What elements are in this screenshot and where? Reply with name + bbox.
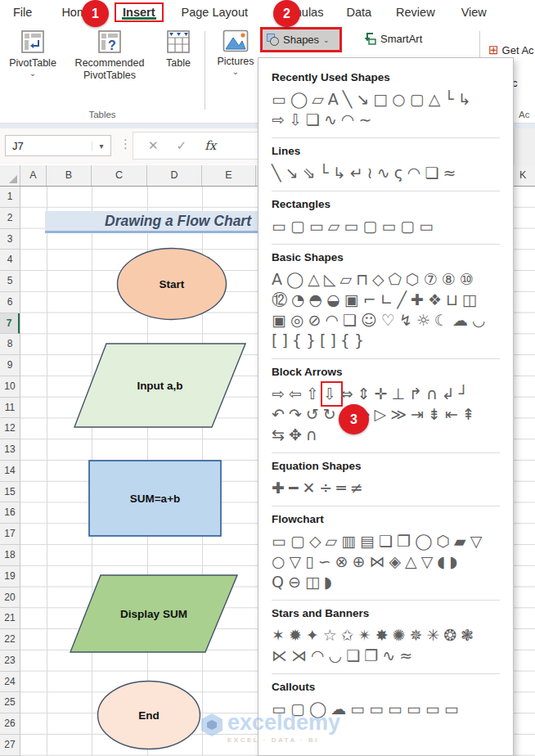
shape-option[interactable]: ↘ — [356, 89, 373, 110]
shape-option[interactable]: ▭ — [444, 699, 463, 719]
shape-option[interactable]: ╲ — [343, 89, 356, 110]
shape-option[interactable]: ∿ — [377, 163, 394, 183]
shape-option[interactable]: ▭ — [272, 531, 290, 551]
shape-option[interactable]: ╲ — [272, 163, 285, 183]
shape-option[interactable]: ◫ — [462, 290, 481, 310]
row-header-11[interactable]: 11 — [0, 398, 20, 419]
row-header-13[interactable]: 13 — [0, 439, 20, 461]
shape-option[interactable]: ≈ — [399, 646, 416, 666]
shape-option[interactable]: ↳ — [458, 89, 475, 110]
shape-option[interactable]: ς — [394, 163, 407, 183]
shape-option[interactable]: ◠ — [341, 110, 359, 130]
shape-option[interactable]: ∿ — [382, 646, 399, 666]
shape-option[interactable]: ∽ — [318, 551, 335, 572]
row-header-15[interactable]: 15 — [0, 482, 20, 503]
row-header-22[interactable]: 22 — [0, 629, 20, 650]
shape-option[interactable]: ❐ — [397, 531, 415, 551]
shape-option[interactable]: ÷ — [319, 478, 336, 498]
row-header-10[interactable]: 10 — [0, 376, 20, 398]
shape-option[interactable]: ◡ — [472, 310, 490, 331]
shape-option[interactable]: ↶ — [272, 404, 289, 425]
shape-option[interactable]: △ — [405, 551, 421, 572]
shape-option[interactable]: ◖ — [437, 551, 449, 572]
shape-option[interactable]: ∿ — [324, 110, 341, 130]
shape-option[interactable]: ▰ — [454, 531, 470, 551]
column-header-e[interactable]: E — [202, 165, 256, 186]
shape-option[interactable]: ∩ — [426, 384, 442, 404]
shape-option[interactable]: ⇥ — [411, 404, 428, 425]
shape-option[interactable]: A — [272, 269, 286, 290]
shape-option[interactable]: ▭ — [381, 216, 400, 236]
shape-option[interactable]: ◓ — [309, 290, 327, 310]
shape-option[interactable]: ✵ — [410, 625, 427, 646]
shape-option[interactable]: ╱ — [398, 290, 411, 310]
shape-option[interactable]: ◇ — [372, 269, 389, 290]
shape-option[interactable]: ⇩ — [289, 110, 306, 130]
shape-option[interactable]: ▢ — [290, 531, 309, 551]
shape-option[interactable]: ✳ — [426, 625, 443, 646]
shape-option[interactable]: ⌐ — [363, 290, 380, 310]
row-header-16[interactable]: 16 — [0, 502, 20, 524]
shape-option[interactable]: ◠ — [311, 646, 329, 666]
shape-option[interactable]: ▣ — [344, 290, 363, 310]
shape-option[interactable]: ∟ — [380, 290, 398, 310]
shape-option[interactable]: □ — [373, 89, 392, 110]
shape-option[interactable]: ♡ — [381, 310, 399, 331]
shape-option[interactable]: { — [340, 331, 354, 351]
row-header-5[interactable]: 5 — [0, 271, 20, 292]
row-header-3[interactable]: 3 — [0, 229, 20, 250]
row-header-2[interactable]: 2 — [0, 208, 20, 229]
shape-option[interactable]: ◒ — [326, 290, 344, 310]
shape-option[interactable]: ━ — [289, 478, 302, 498]
shape-option[interactable]: ▱ — [312, 89, 328, 110]
shape-option[interactable]: ↯ — [399, 310, 416, 331]
shape-option[interactable]: Q — [272, 572, 288, 592]
flowchart-sum-rectangle[interactable]: SUM=a+b — [88, 460, 222, 537]
shape-option[interactable]: ⬠ — [389, 269, 407, 290]
tab-view[interactable]: View — [460, 2, 488, 22]
shape-option[interactable]: ◡ — [329, 646, 347, 666]
shape-option[interactable]: ☺ — [361, 310, 381, 331]
row-header-26[interactable]: 26 — [0, 713, 20, 735]
shape-option[interactable]: ▽ — [290, 551, 306, 572]
shape-option[interactable]: ⇆ — [272, 425, 289, 445]
shape-option[interactable]: ❏ — [425, 163, 443, 183]
shape-option[interactable]: ▥ — [341, 531, 360, 551]
row-header-24[interactable]: 24 — [0, 672, 20, 693]
shape-option[interactable]: ⊘ — [308, 310, 326, 331]
shape-option[interactable]: ◠ — [325, 310, 343, 331]
row-header-8[interactable]: 8 — [0, 334, 20, 355]
tab-review[interactable]: Review — [394, 2, 437, 22]
name-box[interactable]: J7 ▾ — [5, 135, 111, 156]
shape-option[interactable]: ◔ — [291, 290, 309, 310]
shape-option[interactable]: ↷ — [289, 404, 306, 425]
shape-option[interactable]: ▢ — [400, 216, 419, 236]
sheet-title[interactable]: Drawing a Flow Chart — [45, 211, 258, 233]
shape-option[interactable]: ✺ — [393, 625, 410, 646]
shape-option[interactable]: ✴ — [358, 625, 375, 646]
smartart-button[interactable]: SmartArt — [362, 32, 422, 45]
shape-option[interactable]: ↻ — [323, 404, 340, 425]
flowchart-input-parallelogram[interactable]: Input a,b — [74, 343, 246, 428]
shape-option[interactable]: ⑧ — [442, 269, 460, 290]
shape-option[interactable]: ✕ — [302, 478, 319, 498]
shape-option[interactable]: ┘ — [459, 384, 472, 404]
shape-option[interactable]: ❖ — [428, 290, 446, 310]
row-header-17[interactable]: 17 — [0, 524, 20, 545]
down-arrow-shape-option[interactable]: ⇩ — [323, 384, 340, 404]
shape-option[interactable]: ◗ — [449, 551, 461, 572]
shape-option[interactable]: ❐ — [364, 646, 382, 666]
table-button[interactable]: Table — [159, 29, 198, 70]
shape-option[interactable]: ⇤ — [445, 404, 462, 425]
row-header-21[interactable]: 21 — [0, 608, 20, 629]
shape-option[interactable]: ⬡ — [436, 531, 454, 551]
row-header-23[interactable]: 23 — [0, 650, 20, 672]
flowchart-end-oval[interactable]: End — [97, 680, 201, 750]
shape-option[interactable]: ◠ — [407, 163, 425, 183]
shape-option[interactable]: ⇟ — [428, 404, 445, 425]
shape-option[interactable]: ⊗ — [335, 551, 353, 572]
shape-option[interactable]: ↘ — [285, 163, 302, 183]
shape-option[interactable]: ▷ — [375, 404, 391, 425]
name-box-dropdown-icon[interactable]: ▾ — [92, 142, 110, 151]
shape-option[interactable]: ▱ — [326, 531, 342, 551]
